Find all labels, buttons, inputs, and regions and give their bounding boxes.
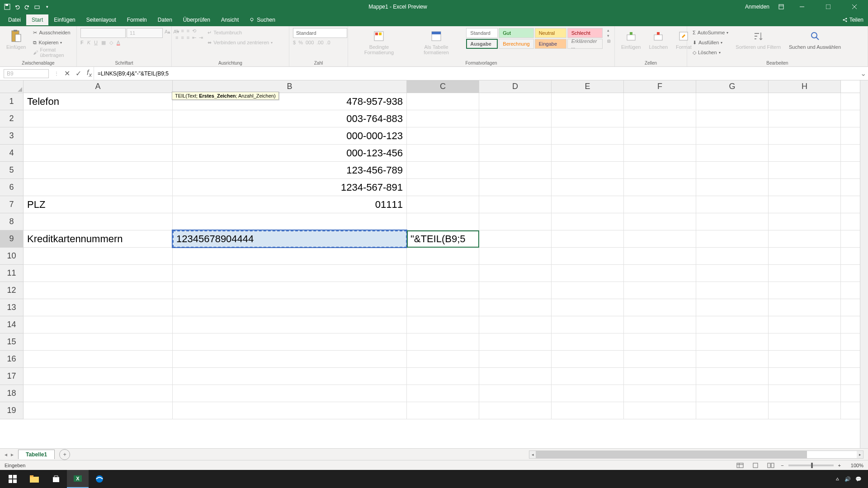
tab-seitenlayout[interactable]: Seitenlayout [81, 14, 122, 25]
cell-F14[interactable] [624, 316, 696, 333]
cell-G17[interactable] [696, 368, 769, 385]
row-header-10[interactable]: 10 [0, 248, 24, 265]
cell-C1[interactable] [407, 93, 479, 110]
cell-F17[interactable] [624, 368, 696, 385]
zoom-in-button[interactable]: + [838, 463, 841, 468]
select-all-corner[interactable] [0, 80, 24, 93]
cell-A15[interactable] [24, 333, 173, 351]
row-header-4[interactable]: 4 [0, 145, 24, 162]
col-header-G[interactable]: G [696, 80, 769, 93]
col-header-D[interactable]: D [479, 80, 552, 93]
cell-E4[interactable] [552, 145, 624, 162]
cell-F12[interactable] [624, 282, 696, 299]
cell-C15[interactable] [407, 333, 479, 351]
cell-H3[interactable] [769, 127, 841, 145]
add-sheet-button[interactable]: + [59, 449, 70, 460]
cell-H10[interactable] [769, 248, 841, 265]
percent-icon[interactable]: % [298, 40, 303, 45]
align-center-icon[interactable]: ≡ [181, 35, 184, 41]
cell-D19[interactable] [479, 402, 552, 419]
cell-H4[interactable] [769, 145, 841, 162]
cell-D9[interactable] [479, 230, 552, 248]
cell-G6[interactable] [696, 179, 769, 196]
cell-A18[interactable] [24, 385, 173, 402]
gallery-more-icon[interactable]: ⊟ [607, 39, 611, 43]
comma-icon[interactable]: 000 [306, 40, 314, 45]
cell-G5[interactable] [696, 162, 769, 179]
style-eingabe[interactable]: Eingabe [535, 39, 566, 49]
cell-E1[interactable] [552, 93, 624, 110]
cell-D1[interactable] [479, 93, 552, 110]
cell-C4[interactable] [407, 145, 479, 162]
style-ausgabe[interactable]: Ausgabe [466, 39, 498, 49]
font-size-select[interactable]: 11 [127, 28, 163, 38]
cell-C19[interactable] [407, 402, 479, 419]
zoom-out-button[interactable]: − [781, 463, 783, 468]
cell-A3[interactable] [24, 127, 173, 145]
cell-B10[interactable] [173, 248, 407, 265]
sheet-nav-prev-icon[interactable]: ◂ [5, 451, 7, 458]
cell-H16[interactable] [769, 351, 841, 368]
clear-button[interactable]: ◇Löschen▾ [691, 48, 730, 57]
tab-formeln[interactable]: Formeln [122, 14, 152, 25]
redo-icon[interactable] [24, 3, 31, 10]
col-header-A[interactable]: A [24, 80, 173, 93]
cell-D16[interactable] [479, 351, 552, 368]
italic-button[interactable]: K [87, 40, 90, 46]
cell-E11[interactable] [552, 265, 624, 282]
cell-D7[interactable] [479, 196, 552, 213]
row-header-17[interactable]: 17 [0, 368, 24, 385]
cell-D4[interactable] [479, 145, 552, 162]
cell-B3[interactable]: 000-000-123 [173, 127, 407, 145]
formula-input[interactable]: =LINKS(B9;4)&"-"&TEIL(B9;5 [94, 70, 858, 78]
row-header-1[interactable]: 1 [0, 93, 24, 110]
font-name-select[interactable] [80, 28, 126, 38]
delete-cells-button[interactable]: Löschen [646, 28, 670, 51]
cell-C12[interactable] [407, 282, 479, 299]
autosum-button[interactable]: ΣAutoSumme▾ [691, 28, 730, 37]
col-header-H[interactable]: H [769, 80, 841, 93]
cell-C2[interactable] [407, 110, 479, 127]
decrease-decimal-icon[interactable]: .0 [326, 40, 330, 45]
cell-F4[interactable] [624, 145, 696, 162]
col-header-E[interactable]: E [552, 80, 624, 93]
tray-notifications-icon[interactable]: 💬 [855, 476, 862, 482]
fill-color-button[interactable]: ◇ [109, 40, 113, 46]
cell-C17[interactable] [407, 368, 479, 385]
page-break-view-icon[interactable] [765, 461, 776, 469]
tab-daten[interactable]: Daten [152, 14, 178, 25]
cell-C18[interactable] [407, 385, 479, 402]
row-header-14[interactable]: 14 [0, 316, 24, 333]
row-header-7[interactable]: 7 [0, 196, 24, 213]
align-right-icon[interactable]: ≡ [187, 35, 189, 41]
cell-F19[interactable] [624, 402, 696, 419]
cell-G18[interactable] [696, 385, 769, 402]
row-header-15[interactable]: 15 [0, 333, 24, 351]
cell-F9[interactable] [624, 230, 696, 248]
cell-G7[interactable] [696, 196, 769, 213]
style-gut[interactable]: Gut [499, 28, 533, 38]
sort-filter-button[interactable]: Sortieren und Filtern [733, 28, 783, 51]
hscroll-thumb[interactable] [536, 451, 807, 458]
minimize-button[interactable] [793, 0, 811, 14]
taskbar-edge[interactable] [89, 470, 110, 488]
share-button[interactable]: Teilen [842, 17, 863, 23]
cell-F2[interactable] [624, 110, 696, 127]
style-schlecht[interactable]: Schlecht [567, 28, 603, 38]
cell-C11[interactable] [407, 265, 479, 282]
border-button[interactable]: ▦ [101, 40, 106, 46]
save-icon[interactable] [4, 3, 11, 10]
cell-D17[interactable] [479, 368, 552, 385]
tell-me-search[interactable]: Suchen [244, 14, 281, 25]
cell-E16[interactable] [552, 351, 624, 368]
taskbar-excel[interactable]: X [67, 470, 89, 488]
tray-chevron-icon[interactable]: ㅿ [835, 476, 840, 483]
row-header-6[interactable]: 6 [0, 179, 24, 196]
cell-A5[interactable] [24, 162, 173, 179]
cell-G10[interactable] [696, 248, 769, 265]
cell-H18[interactable] [769, 385, 841, 402]
horizontal-scrollbar[interactable]: ◂ ▸ [529, 450, 863, 459]
cell-E13[interactable] [552, 299, 624, 316]
cell-C8[interactable] [407, 213, 479, 230]
cell-C14[interactable] [407, 316, 479, 333]
